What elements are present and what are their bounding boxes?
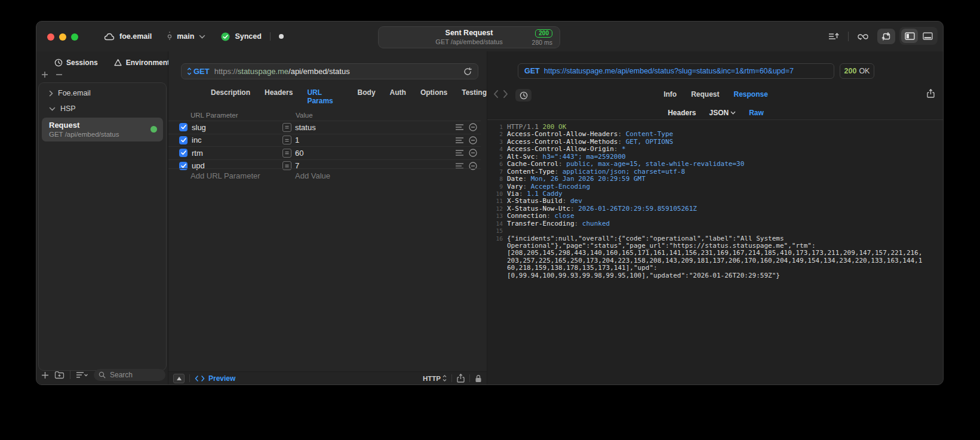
sessions-list: Foe.email HSP Request GET /api/embed/sta… (38, 82, 167, 371)
branch-chevron-down-icon[interactable] (199, 35, 205, 39)
tree-item-label: Foe.email (58, 89, 91, 97)
cloud-icon (104, 33, 115, 41)
remove-param-icon[interactable] (469, 136, 477, 144)
request-active-dot (150, 126, 157, 133)
response-method: GET (524, 67, 540, 75)
request-item-subtitle: GET /api/embed/status (49, 131, 157, 138)
param-checkbox[interactable] (179, 123, 188, 131)
param-value[interactable]: 1 (295, 136, 456, 144)
param-name[interactable]: rtm (192, 149, 282, 158)
new-folder-icon[interactable] (54, 371, 64, 379)
sidebar: Sessions Environments Foe.email (36, 51, 168, 384)
add-value-button[interactable]: Add Value (295, 171, 330, 180)
tab-description[interactable]: Description (211, 88, 250, 105)
subtab-headers[interactable]: Headers (668, 106, 696, 119)
param-name[interactable]: inc (192, 136, 282, 144)
preview-label: Preview (208, 374, 235, 383)
reorder-icon[interactable] (456, 150, 463, 156)
response-url-box[interactable]: GET https://statuspage.me/api/embed/stat… (518, 63, 834, 79)
request-panel: GET https://statuspage.me/api/embed/stat… (168, 51, 487, 384)
synced-check-icon (221, 32, 230, 41)
add-session-icon[interactable] (41, 71, 48, 78)
sync-status-label[interactable]: Synced (235, 32, 261, 41)
tab-environments-label: Environments (126, 59, 174, 67)
url-host: statuspage.me (238, 67, 288, 76)
param-value[interactable]: 60 (295, 149, 456, 158)
response-line: [0,99.94,100,99.93,99.98,99.95,100],"upd… (493, 272, 944, 279)
commit-icon (167, 32, 172, 41)
sent-request-summary[interactable]: Sent Request GET /api/embed/status 200 2… (378, 26, 560, 48)
branch-loop-icon[interactable] (854, 29, 872, 44)
share-request-icon[interactable] (457, 374, 465, 383)
expand-console-button[interactable] (173, 374, 185, 383)
protocol-selector[interactable]: HTTP (423, 375, 447, 382)
sort-options-icon[interactable] (76, 371, 88, 379)
subtab-raw[interactable]: Raw (749, 106, 764, 119)
param-row: rtm60 (168, 146, 481, 159)
close-window-button[interactable] (47, 33, 54, 41)
request-response-panel-icon[interactable] (877, 29, 895, 44)
remove-param-icon[interactable] (469, 123, 477, 131)
new-request-icon[interactable] (41, 371, 49, 379)
share-response-icon[interactable] (927, 89, 935, 98)
reorder-icon[interactable] (456, 124, 463, 130)
tab-sessions-label: Sessions (66, 59, 98, 67)
request-tabs: DescriptionHeadersURL ParamsBodyAuthOpti… (211, 88, 487, 105)
tab-url-params[interactable]: URL Params (307, 88, 343, 105)
branch-name[interactable]: main (177, 32, 194, 41)
tab-headers[interactable]: Headers (265, 88, 293, 105)
minimize-window-button[interactable] (59, 33, 66, 41)
param-checkbox[interactable] (179, 136, 188, 144)
remove-session-icon[interactable] (56, 71, 63, 78)
tree-item-foe-email[interactable]: Foe.email (39, 85, 166, 101)
response-line: 14Transfer-Encoding: chunked (493, 220, 944, 227)
remove-param-icon[interactable] (469, 149, 477, 157)
zoom-window-button[interactable] (71, 33, 78, 41)
chevron-down-icon (49, 107, 56, 111)
param-row: slugstatus (168, 121, 481, 134)
response-code[interactable]: 1HTTP/1.1 200 OK2Access-Control-Allow-He… (487, 120, 944, 384)
response-panel: GET https://statuspage.me/api/embed/stat… (487, 51, 944, 384)
add-url-parameter-button[interactable]: Add URL Parameter (191, 171, 260, 180)
equals-icon (282, 123, 291, 132)
response-status-text: OK (859, 67, 870, 75)
tab-sessions[interactable]: Sessions (54, 59, 98, 67)
import-export-icon[interactable] (825, 29, 843, 44)
equals-icon (282, 149, 291, 158)
tree-item-hsp[interactable]: HSP (39, 101, 166, 116)
param-name[interactable]: slug (192, 123, 282, 132)
param-rows: slugstatusinc1rtm60upd7 (168, 121, 481, 172)
tab-response[interactable]: Response (733, 90, 767, 99)
toggle-bottom-panel-icon[interactable] (919, 29, 936, 43)
toggle-left-panel-icon[interactable] (901, 29, 918, 43)
request-url-bar[interactable]: GET https://statuspage.me/api/embed/stat… (181, 63, 478, 79)
url-scheme: https:// (214, 67, 238, 76)
column-url-parameter: URL Parameter (191, 112, 238, 119)
tab-request[interactable]: Request (691, 90, 719, 99)
lock-icon[interactable] (475, 374, 482, 383)
tab-environments[interactable]: Environments (113, 59, 174, 67)
search-input[interactable] (109, 370, 161, 380)
resend-request-icon[interactable] (463, 67, 472, 76)
response-subtabs: HeadersJSONRaw (487, 106, 944, 120)
request-list-item-selected[interactable]: Request GET /api/embed/status (42, 118, 163, 141)
subtab-json[interactable]: JSON (709, 106, 736, 119)
tab-info[interactable]: Info (663, 90, 677, 99)
param-checkbox[interactable] (179, 149, 188, 157)
param-value[interactable]: status (295, 123, 456, 132)
param-table-header: URL Parameter Value (168, 112, 481, 121)
param-add-row: Add URL Parameter Add Value (168, 168, 481, 181)
equals-icon (282, 136, 291, 144)
response-status-code: 200 (844, 67, 857, 75)
reorder-icon[interactable] (456, 137, 463, 143)
sidebar-search (94, 369, 165, 381)
method-selector-icon[interactable] (187, 67, 192, 75)
project-name[interactable]: foe.email (119, 32, 152, 41)
titlebar: foe.email main Synced Sent Request GET /… (36, 21, 943, 51)
tab-testing[interactable]: Testing (462, 88, 487, 105)
tab-options[interactable]: Options (420, 88, 447, 105)
tab-body[interactable]: Body (358, 88, 376, 105)
tab-auth[interactable]: Auth (390, 88, 406, 105)
preview-button[interactable]: Preview (195, 374, 235, 383)
request-method[interactable]: GET (193, 67, 210, 76)
